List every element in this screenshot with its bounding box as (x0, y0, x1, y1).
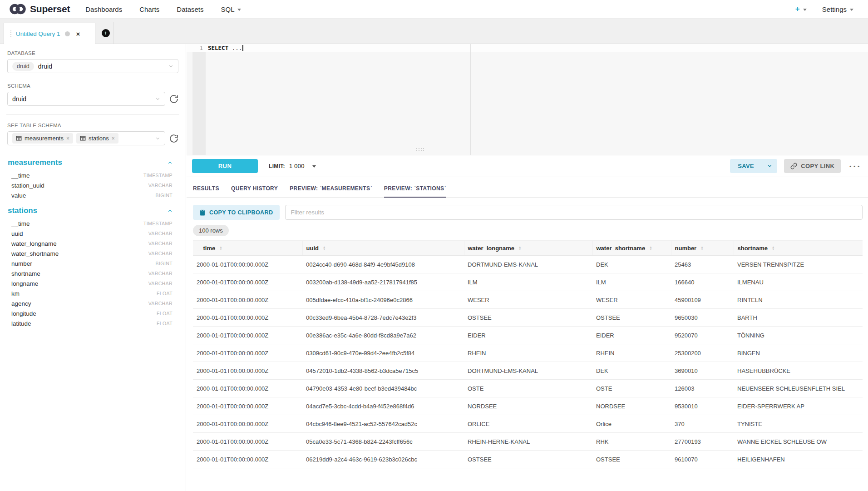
cell-water-shortname: WESER (592, 291, 671, 309)
table-chip[interactable]: stations (76, 133, 118, 144)
cell-shortname: TÖNNING (734, 327, 863, 344)
column-name: latitude (11, 320, 31, 327)
column-type: BIGINT (156, 261, 173, 266)
results-tab[interactable]: QUERY HISTORY (231, 185, 278, 197)
remove-chip-icon[interactable] (66, 135, 69, 142)
table-name-heading[interactable]: measurements (8, 158, 62, 167)
resize-grip-icon[interactable] (416, 148, 417, 149)
chevron-down-icon (312, 165, 316, 168)
cell-water-shortname: RHEIN (592, 344, 671, 362)
nav-menu-item[interactable]: SQL (221, 5, 241, 13)
main-menu: Dashboards Charts Datasets SQL (85, 5, 241, 13)
sort-icon[interactable] (518, 246, 521, 250)
results-tab[interactable]: RESULTS (193, 185, 219, 197)
cell-time: 2000-01-01T00:00:00.000Z (193, 415, 302, 433)
sort-icon[interactable] (649, 246, 652, 250)
cell-number: 27700193 (671, 433, 734, 451)
column-header[interactable]: __time (193, 241, 302, 256)
table-schema-select[interactable]: measurements stations (7, 131, 165, 145)
sql-keyword: SELECT (208, 45, 228, 51)
new-item-menu[interactable]: + (795, 5, 807, 14)
nav-menu-item[interactable]: Dashboards (85, 5, 122, 13)
limit-dropdown[interactable]: LIMIT: 1 000 (269, 163, 316, 169)
column-header-label: uuid (306, 245, 319, 252)
column-header[interactable]: water_longname (464, 241, 592, 256)
table-row[interactable]: 2000-01-01T00:00:00.000Z 04acd7e5-3cbc-4… (193, 397, 863, 415)
column-type: VARCHAR (148, 251, 173, 256)
add-query-tab-button[interactable] (98, 22, 113, 44)
table-row[interactable]: 2000-01-01T00:00:00.000Z 04572010-1db2-4… (193, 362, 863, 380)
save-options-button[interactable] (762, 159, 777, 173)
sql-editor[interactable]: 1 SELECT ... (187, 44, 868, 155)
table-chip[interactable]: measurements (12, 133, 73, 144)
sql-code-line[interactable]: SELECT ... (208, 44, 243, 52)
column-type: FLOAT (157, 291, 173, 296)
settings-menu[interactable]: Settings (822, 5, 853, 13)
database-select[interactable]: druid druid (7, 59, 178, 73)
schema-column-row: uuid VARCHAR (11, 228, 173, 238)
cell-number: 370 (671, 415, 734, 433)
copy-to-clipboard-button[interactable]: COPY TO CLIPBOARD (193, 205, 280, 220)
nav-menu-item[interactable]: Charts (139, 5, 159, 13)
column-name: shortname (11, 270, 40, 277)
sort-icon[interactable] (323, 246, 326, 250)
schema-select[interactable]: druid (7, 92, 165, 106)
close-tab-icon[interactable] (76, 30, 80, 38)
column-header[interactable]: number (671, 241, 734, 256)
results-tab[interactable]: PREVIEW: `MEASUREMENTS` (290, 185, 372, 197)
sql-rest (228, 45, 232, 51)
schema-column-row: water_shortname VARCHAR (11, 248, 173, 258)
column-name: __time (11, 220, 30, 227)
cell-water-shortname: OSTSEE (592, 309, 671, 327)
column-type: VARCHAR (148, 271, 173, 276)
sort-icon[interactable] (700, 246, 703, 250)
refresh-tables-icon[interactable] (169, 134, 178, 143)
save-button[interactable]: SAVE (730, 159, 762, 173)
sort-icon[interactable] (772, 246, 774, 250)
cell-water-longname: ORLICE (464, 415, 592, 433)
copy-link-button[interactable]: COPY LINK (784, 159, 841, 173)
chevron-up-icon[interactable] (168, 208, 173, 213)
table-row[interactable]: 2000-01-01T00:00:00.000Z 04cbc946-8ee9-4… (193, 415, 863, 433)
column-name: km (11, 290, 20, 297)
more-options-icon[interactable] (847, 161, 863, 171)
cell-water-shortname: DEK (592, 256, 671, 273)
limit-value: 1 000 (289, 163, 305, 169)
table-row[interactable]: 2000-01-01T00:00:00.000Z 003200ab-d138-4… (193, 273, 863, 291)
schema-column-row: longname VARCHAR (11, 278, 173, 288)
table-row[interactable]: 2000-01-01T00:00:00.000Z 04790e03-4353-4… (193, 380, 863, 397)
cell-time: 2000-01-01T00:00:00.000Z (193, 380, 302, 397)
column-header[interactable]: shortname (734, 241, 863, 256)
query-tab-untitled[interactable]: Untitled Query 1 (4, 23, 95, 44)
editor-gutter (192, 44, 206, 155)
table-row[interactable]: 2000-01-01T00:00:00.000Z 005dfdae-efcc-4… (193, 291, 863, 309)
nav-menu-item-label: SQL (221, 5, 235, 13)
limit-label: LIMIT: (269, 163, 285, 169)
run-button[interactable]: RUN (192, 159, 258, 173)
table-name-heading[interactable]: stations (8, 206, 37, 215)
cell-time: 2000-01-01T00:00:00.000Z (193, 362, 302, 380)
superset-logo[interactable]: Superset (8, 3, 70, 15)
table-row[interactable]: 2000-01-01T00:00:00.000Z 0024cc40-d690-4… (193, 256, 863, 273)
refresh-schema-icon[interactable] (169, 94, 178, 104)
filter-results-input[interactable] (285, 205, 863, 220)
cell-water-shortname: OSTE (592, 380, 671, 397)
chevron-down-icon (803, 9, 807, 11)
column-header[interactable]: uuid (302, 241, 464, 256)
chevron-up-icon[interactable] (168, 160, 173, 165)
column-header[interactable]: water_shortname (592, 241, 671, 256)
results-tab[interactable]: PREVIEW: `STATIONS` (384, 185, 446, 198)
cell-number: 166640 (671, 273, 734, 291)
table-row[interactable]: 2000-01-01T00:00:00.000Z 00e386ac-e35c-4… (193, 327, 863, 344)
row-count-badge: 100 rows (193, 225, 229, 236)
sort-icon[interactable] (219, 246, 222, 250)
drag-handle-icon[interactable] (10, 30, 11, 31)
table-row[interactable]: 2000-01-01T00:00:00.000Z 06219dd9-a2c4-4… (193, 451, 863, 468)
cell-water-shortname: ILM (592, 273, 671, 291)
table-row[interactable]: 2000-01-01T00:00:00.000Z 0309cd61-90c9-4… (193, 344, 863, 362)
nav-menu-item[interactable]: Datasets (177, 5, 203, 13)
table-row[interactable]: 2000-01-01T00:00:00.000Z 00c33ed9-6bea-4… (193, 309, 863, 327)
chevron-down-icon (155, 136, 160, 141)
remove-chip-icon[interactable] (112, 135, 115, 142)
table-row[interactable]: 2000-01-01T00:00:00.000Z 05ca0e33-5c71-4… (193, 433, 863, 451)
